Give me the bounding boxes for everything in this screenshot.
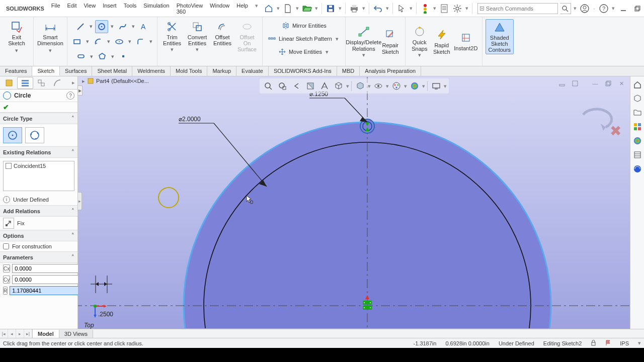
- zoom-area-icon[interactable]: [276, 79, 289, 93]
- bottom-tab-model[interactable]: Model: [33, 330, 59, 338]
- section-view-icon[interactable]: [304, 79, 317, 93]
- pm-section-circle-type[interactable]: Circle Type˄: [0, 113, 77, 124]
- menu-insert[interactable]: Insert: [100, 1, 120, 17]
- status-flag-icon[interactable]: [605, 340, 611, 347]
- dynamic-annotation-icon[interactable]: [318, 79, 331, 93]
- save-icon[interactable]: [325, 3, 336, 14]
- window-minimize-icon[interactable]: [617, 3, 629, 14]
- user-account-icon[interactable]: [579, 3, 590, 14]
- fm-tabs-overflow-icon[interactable]: ▸: [70, 79, 76, 86]
- edit-appearance-icon[interactable]: [390, 79, 403, 93]
- save-dropdown-icon[interactable]: ▾: [338, 5, 342, 12]
- home-icon[interactable]: [263, 3, 274, 14]
- pm-section-add-relations[interactable]: Add Relations˄: [0, 205, 77, 217]
- relation-item[interactable]: Coincident15: [5, 162, 73, 169]
- pm-section-parameters[interactable]: Parameters˄: [0, 251, 77, 263]
- taskpane-custom-properties-icon[interactable]: [631, 149, 643, 161]
- circle-perimeter-button[interactable]: [25, 127, 44, 143]
- select-icon[interactable]: [396, 3, 407, 14]
- hide-show-icon[interactable]: [372, 79, 385, 93]
- user-dropdown-icon[interactable]: ·: [592, 6, 596, 12]
- rectangle-dropdown-icon[interactable]: ▾: [85, 35, 91, 48]
- tab-nav-first-icon[interactable]: |◂: [0, 329, 8, 338]
- help-icon[interactable]: ?: [598, 3, 609, 14]
- display-style-icon[interactable]: [354, 79, 367, 93]
- param-cx-input[interactable]: [12, 264, 87, 273]
- circle-tool-button[interactable]: [95, 20, 108, 33]
- graphics-area[interactable]: ▶ ▸ ▸ Part4 (Default<<De... ▾ ▾ ▾ ▾ ▾ ▾: [78, 76, 630, 329]
- arc-tool-button[interactable]: [92, 35, 105, 48]
- pm-section-existing-relations[interactable]: Existing Relations˄: [0, 146, 77, 158]
- open-dropdown-icon[interactable]: ▾: [314, 5, 318, 12]
- menu-file[interactable]: File: [48, 1, 63, 17]
- viewport-close-icon[interactable]: ✕: [616, 78, 627, 88]
- line-dropdown-icon[interactable]: ▾: [88, 20, 94, 33]
- smart-dimension-dropdown-icon[interactable]: ▾: [37, 47, 64, 53]
- search-commands-box[interactable]: [477, 3, 558, 14]
- help-dropdown-icon[interactable]: ▾: [611, 5, 615, 12]
- options-dropdown-icon[interactable]: ▾: [465, 5, 469, 12]
- tab-nav-last-icon[interactable]: ▸|: [24, 329, 32, 338]
- linear-pattern-button[interactable]: Linear Sketch Pattern ▾: [266, 32, 342, 45]
- taskpane-design-library-icon[interactable]: [631, 93, 643, 105]
- fm-tab-configuration-icon[interactable]: [33, 77, 49, 89]
- for-construction-checkbox[interactable]: [3, 243, 9, 249]
- menu-view[interactable]: View: [80, 1, 99, 17]
- dim-depth[interactable]: .2500: [98, 311, 113, 318]
- smart-dimension-button[interactable]: Smart Dimension: [37, 19, 64, 47]
- line-tool-button[interactable]: [74, 20, 87, 33]
- polygon-dropdown-icon[interactable]: ▾: [110, 50, 116, 63]
- trim-entities-button[interactable]: Trim Entities ▾: [160, 19, 184, 53]
- tab-addins[interactable]: SOLIDWORKS Add-Ins: [269, 66, 337, 76]
- viewport-maximize-icon[interactable]: [603, 78, 614, 88]
- ddr-dropdown-icon[interactable]: ▾: [350, 52, 377, 58]
- print-dropdown-icon[interactable]: ▾: [362, 5, 366, 12]
- window-restore-icon[interactable]: [631, 3, 643, 14]
- new-dropdown-icon[interactable]: ▾: [295, 5, 299, 12]
- options-gear-icon[interactable]: [452, 3, 463, 14]
- tab-sketch[interactable]: Sketch: [32, 66, 60, 76]
- pm-ok-button[interactable]: ✔: [3, 103, 9, 111]
- arc-dropdown-icon[interactable]: ▾: [106, 35, 112, 48]
- menu-photoview[interactable]: PhotoView 360: [174, 1, 206, 17]
- dim-large-diameter[interactable]: ⌀2.0000: [179, 116, 201, 123]
- convert-entities-button[interactable]: Convert Entities ▾: [185, 19, 210, 53]
- quick-snaps-dropdown-icon[interactable]: ▾: [409, 52, 431, 58]
- fix-relation-button[interactable]: [3, 218, 14, 229]
- exit-sketch-button[interactable]: Exit Sketch: [7, 19, 27, 47]
- linear-pattern-dropdown-icon[interactable]: ▾: [334, 32, 340, 45]
- feature-tree-flyout[interactable]: ▸ Part4 (Default<<De...: [82, 77, 149, 84]
- rapid-sketch-button[interactable]: Rapid Sketch: [431, 27, 453, 55]
- shaded-sketch-contours-button[interactable]: Shaded Sketch Contours: [486, 19, 514, 54]
- existing-relations-list[interactable]: Coincident15: [3, 161, 74, 191]
- status-lock-icon[interactable]: [591, 340, 596, 347]
- taskpane-file-explorer-icon[interactable]: [631, 107, 643, 119]
- new-document-icon[interactable]: [282, 3, 293, 14]
- polygon-tool-button[interactable]: [96, 50, 109, 63]
- instant2d-button[interactable]: Instant2D: [453, 30, 479, 52]
- repair-sketch-button[interactable]: Repair Sketch: [379, 27, 402, 55]
- tab-features[interactable]: Features: [0, 66, 32, 76]
- undo-icon[interactable]: [372, 3, 383, 14]
- rectangle-tool-button[interactable]: [70, 35, 84, 48]
- slot-dropdown-icon[interactable]: ▾: [89, 50, 95, 63]
- taskpane-appearances-icon[interactable]: [631, 135, 643, 147]
- viewport-restore-icon[interactable]: [570, 78, 581, 88]
- taskpane-forum-icon[interactable]: [631, 163, 643, 175]
- ellipse-dropdown-icon[interactable]: ▾: [127, 35, 133, 48]
- text-tool-button[interactable]: A: [137, 20, 150, 33]
- tab-analysis[interactable]: Analysis Preparation: [360, 66, 421, 76]
- tab-nav-next-icon[interactable]: ▸: [16, 329, 24, 338]
- ellipse-tool-button[interactable]: [113, 35, 126, 48]
- offset-entities-button[interactable]: Offset Entities: [211, 19, 234, 47]
- fillet-dropdown-icon[interactable]: ▾: [148, 35, 154, 48]
- tab-mold-tools[interactable]: Mold Tools: [171, 66, 207, 76]
- slot-tool-button[interactable]: [74, 50, 88, 63]
- tab-sheet-metal[interactable]: Sheet Metal: [92, 66, 132, 76]
- param-cy-input[interactable]: [12, 275, 87, 284]
- pm-help-icon[interactable]: ?: [66, 92, 74, 100]
- spline-tool-button[interactable]: [116, 20, 129, 33]
- status-units[interactable]: IPS: [620, 340, 629, 346]
- zoom-fit-icon[interactable]: [262, 79, 275, 93]
- search-commands-input[interactable]: [486, 6, 555, 12]
